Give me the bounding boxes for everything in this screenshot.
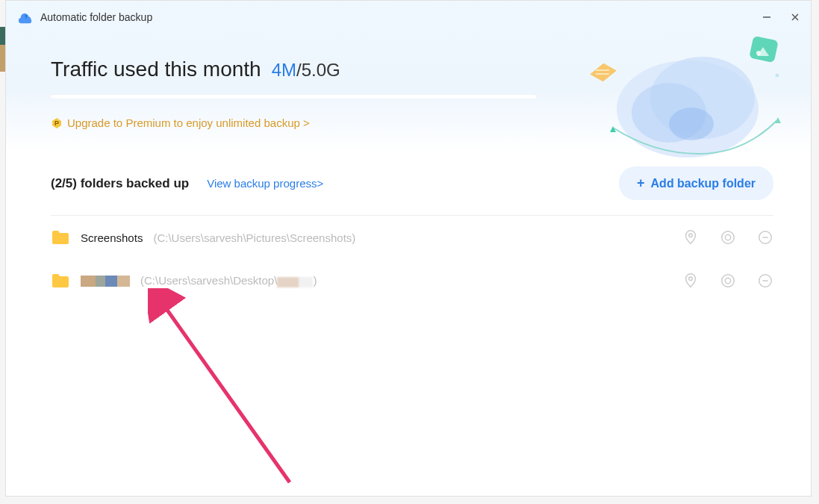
svg-point-22 bbox=[689, 277, 693, 281]
sync-icon[interactable] bbox=[720, 273, 736, 289]
svg-point-17 bbox=[689, 234, 693, 237]
svg-point-18 bbox=[722, 231, 735, 244]
svg-point-24 bbox=[725, 278, 730, 283]
traffic-total: 5.0G bbox=[302, 60, 340, 80]
folders-count-label: (2/5) folders backed up bbox=[51, 176, 189, 191]
app-cloud-icon bbox=[18, 9, 34, 25]
minimize-button[interactable] bbox=[760, 10, 773, 24]
premium-badge-icon: P bbox=[51, 117, 63, 129]
traffic-progress-bar bbox=[51, 95, 536, 99]
folder-icon bbox=[51, 229, 70, 246]
folder-icon bbox=[51, 273, 70, 289]
backup-window: Automatic folder backup Traffic used thi… bbox=[5, 0, 812, 497]
upgrade-link[interactable]: Upgrade to Premium to enjoy unlimited ba… bbox=[67, 116, 310, 129]
folder-path-blurred bbox=[277, 277, 313, 287]
folder-path: (C:\Users\sarvesh\Pictures\Screenshots) bbox=[153, 231, 355, 244]
remove-icon[interactable] bbox=[757, 273, 773, 289]
plus-icon: + bbox=[637, 175, 645, 191]
background-strip bbox=[0, 27, 5, 72]
view-progress-link[interactable]: View backup progress> bbox=[207, 177, 323, 190]
locate-icon[interactable] bbox=[682, 273, 699, 289]
traffic-separator: / bbox=[296, 60, 302, 80]
header-section: Automatic folder backup Traffic used thi… bbox=[6, 1, 811, 152]
svg-text:P: P bbox=[55, 119, 59, 127]
folder-row: Screenshots (C:\Users\sarvesh\Pictures\S… bbox=[51, 216, 773, 259]
svg-point-23 bbox=[722, 275, 735, 287]
traffic-used: 4M bbox=[272, 60, 296, 80]
svg-marker-8 bbox=[589, 62, 618, 84]
folder-path: (C:\Users\sarvesh\Desktop\) bbox=[140, 274, 317, 287]
add-folder-label: Add backup folder bbox=[651, 177, 756, 190]
cloud-illustration bbox=[587, 23, 796, 172]
folder-name: Screenshots bbox=[81, 231, 143, 244]
main-section: (2/5) folders backed up View backup prog… bbox=[6, 144, 811, 496]
svg-point-19 bbox=[725, 234, 730, 240]
folder-name-blurred bbox=[81, 276, 130, 287]
svg-marker-15 bbox=[775, 117, 781, 123]
svg-point-7 bbox=[669, 108, 714, 140]
window-controls bbox=[760, 10, 802, 24]
svg-point-16 bbox=[776, 74, 779, 78]
folder-row: (C:\Users\sarvesh\Desktop\) bbox=[51, 259, 773, 302]
remove-icon[interactable] bbox=[757, 229, 773, 246]
window-title: Automatic folder backup bbox=[40, 11, 760, 23]
sync-icon[interactable] bbox=[720, 229, 736, 246]
locate-icon[interactable] bbox=[682, 229, 699, 246]
close-button[interactable] bbox=[788, 10, 802, 24]
traffic-title: Traffic used this month bbox=[51, 57, 261, 81]
